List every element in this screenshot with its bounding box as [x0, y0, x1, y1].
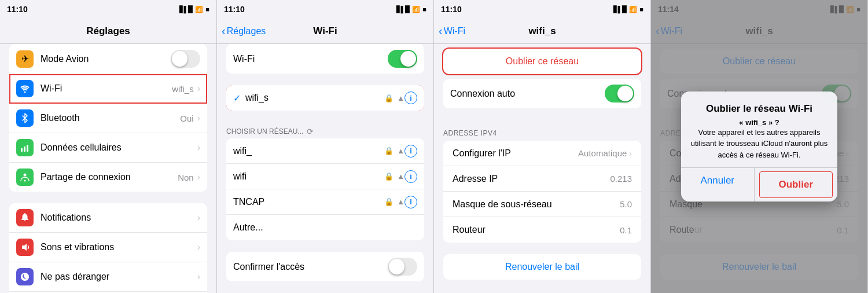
item-hotspot[interactable]: Partage de connexion Non › [9, 163, 207, 192]
hotspot-value: Non [178, 173, 194, 182]
battery-icon-2: ■ [422, 6, 426, 13]
item-ip-address: Adresse IP 0.213 [443, 166, 641, 192]
network-item-wifi[interactable]: wifi 🔒 ▲ i [226, 164, 424, 189]
status-icons-3: ▋▌▉ 📶 ■ [613, 6, 643, 13]
network-item-tncap[interactable]: TNCAP 🔒 ▲ i [226, 189, 424, 215]
lock-icon-wifi-: 🔒 [384, 146, 393, 155]
airplane-icon: ✈ [16, 50, 34, 68]
item-wifi[interactable]: Wi-Fi wifi_s › [9, 74, 207, 104]
nav-bar-3: ‹ Wi-Fi wifi_s [434, 19, 650, 44]
ipv4-header-3: ADRESSE IPV4 [434, 120, 650, 141]
lock-icon-tncap: 🔒 [384, 197, 393, 206]
ip-address-label: Adresse IP [453, 174, 610, 184]
settings-list-1: ✈ Mode Avion Wi-Fi wifi_s › [0, 44, 216, 293]
back-btn-2[interactable]: ‹ Réglages [222, 24, 266, 38]
wifi-icon-1: 📶 [195, 6, 203, 13]
dialog-overlay: Oublier le réseau Wi-Fi « wifi_s » ? Vot… [651, 0, 867, 293]
mode-avion-toggle[interactable] [171, 50, 200, 68]
status-bar-2: 11:10 ▋▌▉ 📶 ■ [217, 0, 433, 19]
sounds-label: Sons et vibrations [41, 242, 197, 252]
configure-ip-chevron: › [629, 149, 632, 158]
wifi-signal-wifi-: ▲ [397, 146, 404, 155]
subnet-mask-label: Masque de sous-réseau [453, 199, 620, 210]
item-configure-ip[interactable]: Configurer l'IP Automatique › [443, 141, 641, 166]
back-btn-3[interactable]: ‹ Wi-Fi [439, 24, 465, 38]
status-bar-3: 11:10 ▋▌▉ 📶 ■ [434, 0, 650, 19]
time-3: 11:10 [441, 5, 462, 14]
sounds-chevron: › [197, 242, 200, 252]
dialog-buttons: Annuler Oublier [681, 167, 837, 202]
confirm-access-toggle[interactable] [388, 258, 417, 276]
dialog-forget-btn[interactable]: Oublier [759, 171, 833, 198]
item-auto-connect[interactable]: Connexion auto [443, 79, 641, 108]
choose-network-label: CHOISIR UN RÉSEAU... [226, 127, 303, 135]
network-list-group: wifi_ 🔒 ▲ i wifi 🔒 ▲ i TNCAP 🔒 ▲ [226, 138, 424, 240]
hotspot-chevron: › [197, 172, 200, 182]
dialog-cancel-btn[interactable]: Annuler [681, 168, 755, 202]
item-dnd[interactable]: Ne pas déranger › [9, 262, 207, 292]
item-renew-lease[interactable]: Renouveler le bail [443, 254, 641, 280]
connected-network-name: wifi_s [245, 93, 384, 103]
time-2: 11:10 [224, 5, 245, 14]
wifi-icon-2: 📶 [412, 6, 420, 13]
battery-icon-1: ■ [205, 6, 209, 13]
wifi-settings-list: Wi-Fi ✓ wifi_s 🔒 ▲ i CHOISIR UN RÉSEAU..… [217, 44, 433, 293]
ipv4-group-3: Configurer l'IP Automatique › Adresse IP… [443, 141, 641, 243]
bluetooth-label: Bluetooth [41, 113, 180, 123]
cellular-chevron: › [197, 142, 200, 153]
dialog-ssid: « wifi_s » ? [690, 118, 828, 127]
dnd-chevron: › [197, 272, 200, 282]
item-sounds[interactable]: Sons et vibrations › [9, 233, 207, 262]
network-name-autre: Autre... [233, 222, 417, 233]
network-item-autre[interactable]: Autre... [226, 215, 424, 240]
network-icons-wifi: 🔒 ▲ [384, 172, 404, 181]
item-connected-network[interactable]: ✓ wifi_s 🔒 ▲ i [226, 85, 424, 111]
wifi-main-toggle[interactable] [388, 50, 417, 68]
item-bluetooth[interactable]: Bluetooth Oui › [9, 104, 207, 133]
ip-address-value: 0.213 [610, 174, 632, 184]
dialog-content: Oublier le réseau Wi-Fi « wifi_s » ? Vot… [681, 91, 837, 168]
item-notifications[interactable]: Notifications › [9, 203, 207, 233]
wifi-icon-3: 📶 [629, 6, 637, 13]
cellular-icon [16, 139, 34, 156]
auto-connect-toggle[interactable] [605, 85, 634, 102]
back-chevron-2: ‹ [222, 24, 226, 38]
wifi-detail-list: Oublier ce réseau Connexion auto ADRESSE… [434, 44, 650, 293]
item-confirm-access[interactable]: Confirmer l'accès [226, 252, 424, 281]
network-item-wifi-[interactable]: wifi_ 🔒 ▲ i [226, 138, 424, 164]
connected-network-group: ✓ wifi_s 🔒 ▲ i [226, 85, 424, 111]
svg-point-0 [24, 91, 26, 93]
item-wifi-toggle[interactable]: Wi-Fi [226, 44, 424, 74]
info-btn-wifi-[interactable]: i [404, 145, 417, 158]
wifi-signal-connected: ▲ [397, 94, 404, 102]
info-btn-tncap[interactable]: i [404, 196, 417, 208]
network-name-tncap: TNCAP [233, 197, 384, 207]
svg-rect-1 [21, 148, 23, 152]
svg-point-5 [24, 180, 26, 182]
hotspot-icon [16, 169, 34, 186]
network-icons-wifi-: 🔒 ▲ [384, 146, 404, 155]
status-icons-2: ▋▌▉ 📶 ■ [396, 6, 426, 13]
info-btn-connected[interactable]: i [404, 91, 417, 104]
group2: Notifications › Sons et vibrations › [9, 203, 207, 293]
item-mode-avion[interactable]: ✈ Mode Avion [9, 44, 207, 74]
renew-lease-label: Renouveler le bail [505, 262, 579, 272]
back-label-3: Wi-Fi [444, 26, 465, 36]
wifi-chevron: › [197, 83, 200, 94]
wifi-footer-text: La connexion aux réseaux connus est auto… [217, 286, 433, 293]
auto-connect-group: Connexion auto [443, 79, 641, 108]
confirm-access-group: Confirmer l'accès [226, 252, 424, 281]
notifications-chevron: › [197, 213, 200, 223]
cellular-label: Données cellulaires [41, 142, 197, 153]
item-forget-network[interactable]: Oublier ce réseau [443, 49, 641, 74]
dnd-label: Ne pas déranger [41, 272, 197, 282]
status-bar-1: 11:10 ▋▌▉ 📶 ■ [0, 0, 216, 19]
sounds-icon [16, 239, 34, 256]
wifi-signal-tncap: ▲ [397, 197, 404, 206]
wifi-toggle-label: Wi-Fi [233, 54, 388, 64]
item-cellular[interactable]: Données cellulaires › [9, 133, 207, 163]
back-chevron-3: ‹ [439, 24, 443, 38]
group1: ✈ Mode Avion Wi-Fi wifi_s › [9, 44, 207, 192]
info-btn-wifi[interactable]: i [404, 170, 417, 183]
nav-title-1: Réglages [86, 25, 130, 37]
